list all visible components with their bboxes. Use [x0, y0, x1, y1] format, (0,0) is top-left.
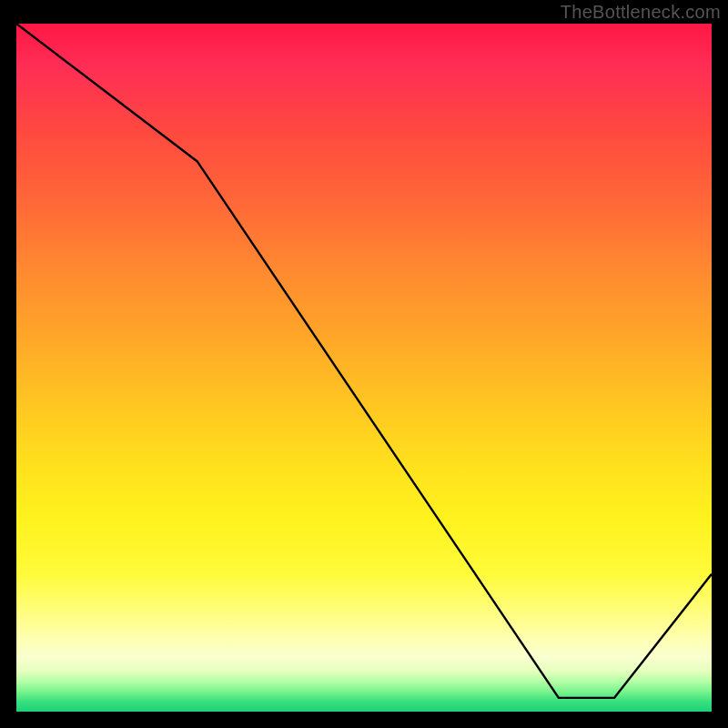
attribution-text: TheBottleneck.com [561, 2, 721, 23]
chart-line-layer [16, 24, 712, 712]
bottleneck-curve-path [16, 24, 712, 698]
chart-plot-area [16, 24, 712, 712]
